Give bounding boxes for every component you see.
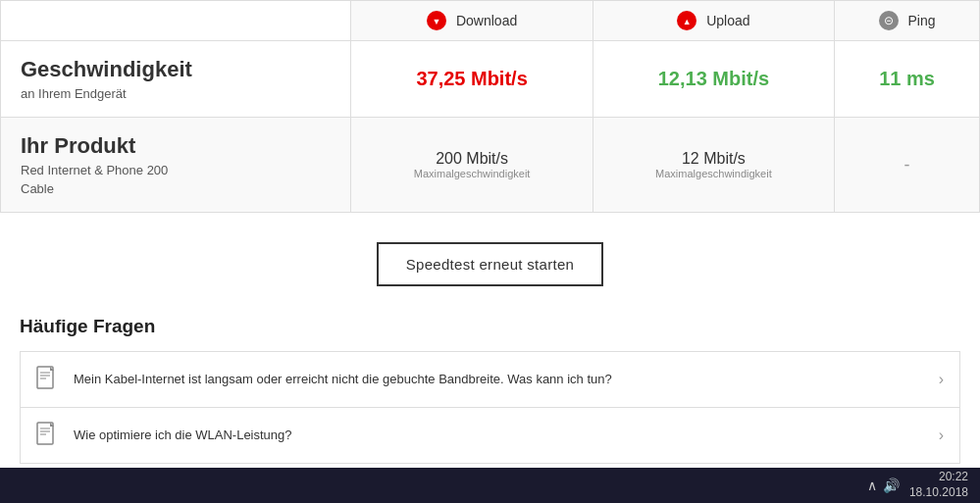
faq-item-2-text: Wie optimiere ich die WLAN-Leistung?: [74, 427, 929, 444]
produkt-sublabel1: Red Internet & Phone 200: [21, 163, 331, 177]
geschwindigkeit-row: Geschwindigkeit an Ihrem Endgerät 37,25 …: [1, 41, 980, 118]
faq-section: Häufige Fragen Mein Kabel-Internet ist l…: [0, 306, 980, 464]
produkt-ping-value: -: [904, 155, 910, 175]
geschwindigkeit-ping-cell: 11 ms: [835, 41, 980, 118]
produkt-download-cell: 200 Mbit/s Maximalgeschwindigkeit: [351, 118, 593, 213]
faq-title: Häufige Fragen: [20, 316, 960, 337]
faq-chevron-2: ›: [939, 427, 944, 444]
geschwindigkeit-upload-cell: 12,13 Mbit/s: [593, 41, 834, 118]
upload-icon: [677, 11, 696, 30]
taskbar-time: 20:22: [909, 470, 968, 483]
empty-header: [1, 1, 351, 41]
taskbar-speaker-icon: 🔊: [883, 478, 900, 483]
download-speed-value: 37,25 Mbit/s: [416, 68, 527, 89]
faq-item-1-text: Mein Kabel-Internet ist langsam oder err…: [74, 371, 929, 388]
produkt-upload-cell: 12 Mbit/s Maximalgeschwindigkeit: [593, 118, 834, 213]
download-header: Download: [351, 1, 593, 41]
button-area: Speedtest erneut starten: [0, 213, 980, 306]
upload-header: Upload: [593, 1, 834, 41]
produkt-download-speed: 200 Mbit/s: [367, 150, 576, 168]
produkt-title: Ihr Produkt: [21, 133, 331, 159]
geschwindigkeit-title: Geschwindigkeit: [21, 57, 331, 82]
taskbar-clock: 20:22 18.10.2018: [909, 470, 968, 483]
taskbar: ∧ 🔊 20:22 18.10.2018: [0, 468, 980, 483]
upload-speed-value: 12,13 Mbit/s: [658, 68, 769, 89]
produkt-sublabel2: Cable: [21, 181, 331, 196]
download-icon: [427, 11, 446, 30]
faq-doc-icon-2: [36, 422, 60, 449]
ping-speed-value: 11 ms: [879, 68, 935, 89]
produkt-upload-maxlabel: Maximalgeschwindigkeit: [609, 168, 818, 179]
main-content: Download Upload Ping: [0, 0, 980, 483]
faq-doc-icon-1: [36, 366, 60, 393]
taskbar-icons: ∧ 🔊: [867, 478, 900, 483]
download-header-label: Download: [456, 13, 517, 28]
ping-header-label: Ping: [908, 13, 936, 28]
produkt-download-maxlabel: Maximalgeschwindigkeit: [367, 168, 576, 179]
faq-item-1[interactable]: Mein Kabel-Internet ist langsam oder err…: [20, 351, 960, 407]
ping-header: Ping: [835, 1, 980, 41]
geschwindigkeit-sublabel: an Ihrem Endgerät: [21, 86, 331, 101]
geschwindigkeit-download-cell: 37,25 Mbit/s: [351, 41, 593, 118]
speed-table: Download Upload Ping: [0, 0, 980, 213]
produkt-ping-cell: -: [835, 118, 980, 213]
produkt-row: Ihr Produkt Red Internet & Phone 200 Cab…: [1, 118, 980, 213]
speedtest-button[interactable]: Speedtest erneut starten: [377, 242, 603, 286]
faq-item-2[interactable]: Wie optimiere ich die WLAN-Leistung? ›: [20, 407, 960, 464]
taskbar-up-icon: ∧: [867, 478, 877, 483]
upload-header-label: Upload: [706, 13, 749, 28]
faq-chevron-1: ›: [939, 371, 944, 388]
produkt-label-cell: Ihr Produkt Red Internet & Phone 200 Cab…: [1, 118, 351, 213]
ping-icon: [879, 11, 899, 30]
geschwindigkeit-label-cell: Geschwindigkeit an Ihrem Endgerät: [1, 41, 351, 118]
produkt-upload-speed: 12 Mbit/s: [609, 150, 818, 168]
table-header-row: Download Upload Ping: [1, 1, 980, 41]
